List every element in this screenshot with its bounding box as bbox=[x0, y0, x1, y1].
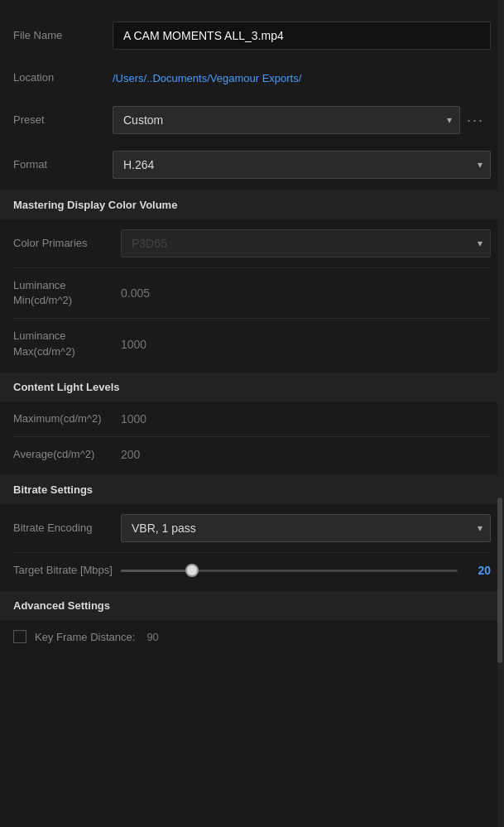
bitrate-encoding-select[interactable]: VBR, 1 pass VBR, 2 pass CBR bbox=[121, 514, 491, 542]
file-name-input[interactable] bbox=[113, 22, 491, 50]
lum-max-label: Luminance Max(cd/m^2) bbox=[13, 329, 121, 358]
scrollbar-thumb[interactable] bbox=[497, 498, 502, 663]
color-primaries-select[interactable]: P3D65 BT.709 BT.2020 bbox=[121, 229, 491, 257]
keyframe-checkbox[interactable] bbox=[13, 630, 26, 643]
content-avg-label: Average(cd/m^2) bbox=[13, 447, 121, 462]
preset-select-wrapper: Custom YouTube 1080p HD Vimeo 1080p Twit… bbox=[113, 106, 460, 134]
location-label: Location bbox=[13, 70, 113, 85]
target-bitrate-label: Target Bitrate [Mbps] bbox=[13, 563, 121, 578]
keyframe-value: 90 bbox=[146, 631, 158, 643]
format-label: Format bbox=[13, 157, 113, 172]
bitrate-encoding-wrapper: VBR, 1 pass VBR, 2 pass CBR ▾ bbox=[121, 514, 491, 542]
color-primaries-label: Color Primaries bbox=[13, 236, 121, 251]
scrollbar[interactable] bbox=[497, 0, 504, 827]
bitrate-encoding-label: Bitrate Encoding bbox=[13, 521, 121, 536]
lum-max-value: 1000 bbox=[121, 338, 146, 351]
bitrate-section-header: Bitrate Settings bbox=[0, 475, 504, 504]
preset-more-button[interactable]: ··· bbox=[460, 112, 491, 129]
preset-select[interactable]: Custom YouTube 1080p HD Vimeo 1080p Twit… bbox=[113, 106, 460, 134]
preset-label: Preset bbox=[13, 113, 113, 127]
location-link[interactable]: /Users/..Documents/Vegamour Exports/ bbox=[113, 72, 301, 84]
content-max-label: Maximum(cd/m^2) bbox=[13, 411, 121, 426]
content-light-section-header: Content Light Levels bbox=[0, 373, 504, 401]
target-bitrate-slider[interactable] bbox=[121, 570, 458, 572]
format-select-wrapper: H.264 H.265 ProRes DNxHD ▾ bbox=[113, 151, 491, 179]
keyframe-label: Key Frame Distance: bbox=[35, 631, 135, 643]
content-max-value: 1000 bbox=[121, 412, 146, 426]
advanced-section-header: Advanced Settings bbox=[0, 591, 504, 620]
content-avg-value: 200 bbox=[121, 448, 140, 461]
mastering-section-header: Mastering Display Color Volume bbox=[0, 190, 504, 219]
color-primaries-wrapper: P3D65 BT.709 BT.2020 ▾ bbox=[121, 229, 491, 257]
format-select[interactable]: H.264 H.265 ProRes DNxHD bbox=[113, 151, 491, 179]
lum-min-label: Luminance Min(cd/m^2) bbox=[13, 278, 121, 308]
lum-min-value: 0.005 bbox=[121, 286, 150, 300]
target-bitrate-value: 20 bbox=[468, 564, 491, 577]
file-name-label: File Name bbox=[13, 28, 113, 43]
